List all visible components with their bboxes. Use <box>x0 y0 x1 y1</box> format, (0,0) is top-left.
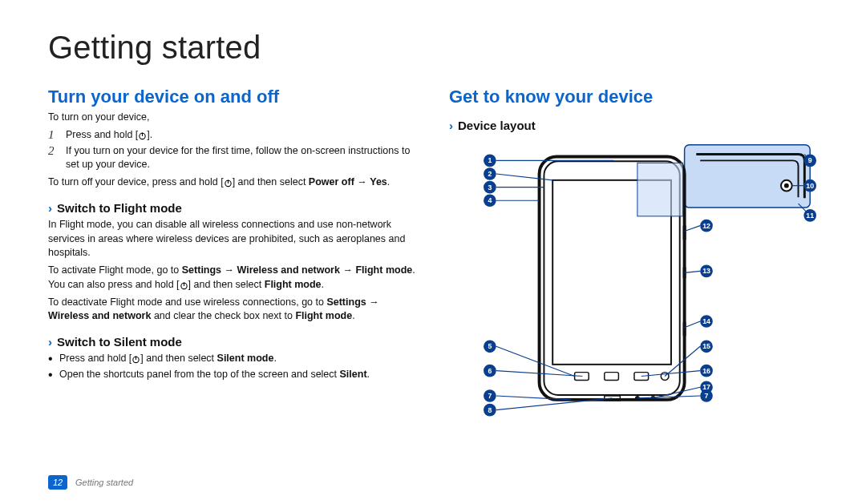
subsection-silent: › Switch to Silent mode <box>48 335 417 349</box>
power-icon <box>138 131 147 140</box>
chevron-icon: › <box>48 201 52 215</box>
section-turn-on-off: Turn your device on and off <box>48 87 417 107</box>
page-number: 12 <box>48 475 67 490</box>
subsection-flight: › Switch to Flight mode <box>48 201 417 215</box>
svg-text:9: 9 <box>808 156 812 164</box>
chevron-icon: › <box>48 335 52 349</box>
left-column: Turn your device on and off To turn on y… <box>48 71 417 488</box>
flight-deactivate: To deactivate Flight mode and use wirele… <box>48 296 417 325</box>
svg-line-38 <box>685 271 701 272</box>
svg-text:12: 12 <box>702 222 710 230</box>
chevron-icon: › <box>449 119 453 132</box>
svg-line-37 <box>685 226 701 232</box>
svg-rect-14 <box>683 225 686 241</box>
flight-activate: To activate Flight mode, go to Settings … <box>48 264 417 292</box>
svg-text:7: 7 <box>488 392 492 400</box>
step-number: 1 <box>48 128 59 143</box>
svg-text:4: 4 <box>488 196 492 204</box>
step-1: 1 Press and hold []. <box>48 128 417 143</box>
svg-rect-25 <box>637 163 683 216</box>
subsection-layout: › Device layout <box>449 119 818 132</box>
svg-point-10 <box>784 183 789 188</box>
step-text: If you turn on your device for the first… <box>66 144 417 173</box>
footer-section: Getting started <box>75 478 133 487</box>
power-icon <box>132 355 140 364</box>
svg-text:3: 3 <box>488 183 492 192</box>
svg-text:14: 14 <box>702 317 710 325</box>
svg-text:11: 11 <box>806 212 814 220</box>
svg-line-39 <box>685 321 701 328</box>
svg-text:2: 2 <box>488 170 492 178</box>
svg-text:5: 5 <box>488 342 492 350</box>
svg-text:13: 13 <box>702 267 710 275</box>
step-number: 2 <box>48 144 59 173</box>
right-column: Get to know your device › Device layout <box>449 71 818 488</box>
list-item: Open the shortcuts panel from the top of… <box>48 368 417 382</box>
svg-text:10: 10 <box>806 182 814 190</box>
intro-on: To turn on your device, <box>48 111 417 125</box>
intro-off: To turn off your device, press and hold … <box>48 175 417 190</box>
page-footer: 12 Getting started <box>48 475 133 490</box>
svg-text:7: 7 <box>705 392 709 400</box>
device-layout-diagram: 1 2 3 4 5 6 7 8 9 10 11 12 <box>449 137 818 466</box>
svg-text:1: 1 <box>488 156 492 164</box>
section-get-to-know: Get to know your device <box>449 87 818 107</box>
svg-text:15: 15 <box>702 342 710 350</box>
svg-rect-16 <box>683 321 686 337</box>
power-icon <box>180 281 188 290</box>
silent-bullets: Press and hold [] and then select Silent… <box>48 352 417 382</box>
steps-list: 1 Press and hold []. 2 If you turn on yo… <box>48 128 417 172</box>
svg-text:16: 16 <box>702 367 710 375</box>
step-text: Press and hold []. <box>66 128 152 143</box>
list-item: Press and hold [] and then select Silent… <box>48 352 417 366</box>
page-title: Getting started <box>48 30 818 64</box>
power-icon <box>224 179 233 187</box>
svg-text:8: 8 <box>488 406 492 414</box>
flight-desc: In Flight mode, you can disable all wire… <box>48 218 417 260</box>
step-2: 2 If you turn on your device for the fir… <box>48 144 417 173</box>
svg-text:6: 6 <box>488 367 492 375</box>
